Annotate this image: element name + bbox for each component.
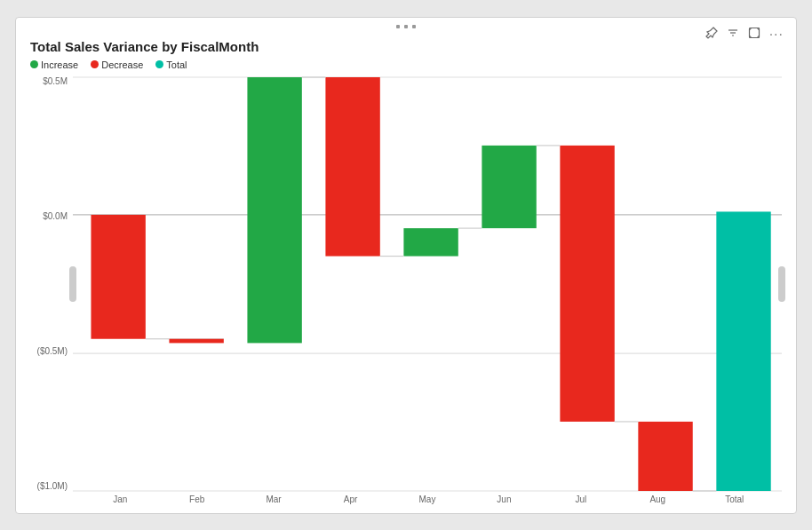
- x-label-feb: Feb: [158, 494, 235, 504]
- bar-feb: [169, 338, 223, 343]
- bar-may: [403, 228, 458, 256]
- legend-dot-increase: [30, 60, 38, 68]
- y-label-n05: ($0.5M): [37, 347, 68, 356]
- toolbar: ···: [705, 27, 784, 43]
- legend-item-increase: Increase: [30, 59, 78, 70]
- y-axis: $0.5M $0.0M ($0.5M) ($1.0M): [30, 77, 73, 491]
- expand-icon[interactable]: [748, 27, 760, 42]
- bar-jul: [560, 145, 614, 421]
- x-label-aug: Aug: [619, 494, 696, 504]
- chart-area: $0.5M $0.0M ($0.5M) ($1.0M): [30, 77, 782, 504]
- pin-icon[interactable]: [705, 27, 718, 42]
- legend-dot-total: [155, 60, 163, 68]
- x-label-may: May: [389, 494, 466, 504]
- waterfall-chart-svg: [73, 77, 782, 491]
- drag-handle[interactable]: [396, 25, 416, 28]
- resize-handle-right[interactable]: [778, 266, 785, 302]
- chart-legend: Increase Decrease Total: [30, 59, 782, 70]
- x-label-jun: Jun: [466, 494, 542, 504]
- x-label-jan: Jan: [82, 494, 158, 504]
- svg-rect-3: [749, 28, 759, 38]
- x-label-apr: Apr: [312, 494, 388, 504]
- chart-card: ··· Total Sales Variance by FiscalMonth …: [15, 17, 797, 514]
- x-label-jul: Jul: [543, 494, 619, 504]
- legend-dot-decrease: [91, 60, 99, 68]
- y-label-00: $0.0M: [43, 212, 68, 221]
- chart-plot: [73, 77, 782, 491]
- bar-apr: [325, 77, 379, 257]
- chart-inner: $0.5M $0.0M ($0.5M) ($1.0M): [30, 77, 782, 491]
- filter-icon[interactable]: [727, 27, 739, 42]
- bar-jan: [91, 214, 145, 338]
- x-axis: Jan Feb Mar Apr May Jun Jul Aug Total: [73, 491, 782, 504]
- legend-item-decrease: Decrease: [91, 59, 143, 70]
- resize-handle-left[interactable]: [69, 266, 76, 302]
- more-options-icon[interactable]: ···: [769, 27, 784, 43]
- bar-aug: [638, 421, 692, 490]
- y-label-n10: ($1.0M): [37, 482, 68, 491]
- legend-item-total: Total: [155, 59, 187, 70]
- chart-title: Total Sales Variance by FiscalMonth: [30, 39, 782, 54]
- bar-jun-increase: [482, 145, 536, 227]
- legend-label-decrease: Decrease: [101, 59, 143, 70]
- legend-label-increase: Increase: [41, 59, 78, 70]
- x-label-total: Total: [697, 494, 773, 504]
- bar-total: [716, 211, 770, 491]
- bar-mar: [247, 77, 301, 343]
- legend-label-total: Total: [166, 59, 187, 70]
- y-label-05: $0.5M: [43, 77, 68, 86]
- x-label-mar: Mar: [235, 494, 312, 504]
